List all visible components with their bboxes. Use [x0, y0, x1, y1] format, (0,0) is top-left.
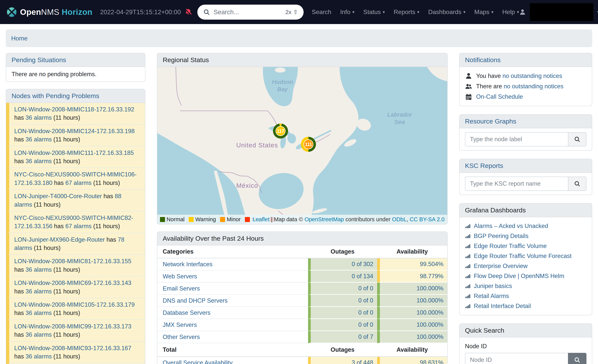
- grafana-dashboard-link[interactable]: Flow Deep Dive | OpenNMS Helm: [474, 273, 564, 280]
- category-link[interactable]: Network Interfaces: [163, 261, 212, 268]
- legend-color-swatch: [160, 217, 165, 222]
- grafana-dashboard-link[interactable]: Enterprise Overview: [474, 263, 528, 269]
- node-link[interactable]: LON-Window-2008-MIMIC93-172.16.33.167: [14, 345, 131, 351]
- node-link[interactable]: LON-Window-2008-MIMIC81-172.16.33.155: [14, 258, 131, 265]
- brand[interactable]: OpenNMSHorizon: [7, 7, 92, 17]
- grafana-dashboard-link[interactable]: Retail Interface Detail: [474, 303, 531, 309]
- node-link[interactable]: LON-Window-2008-MIMIC105-172.16.33.179: [14, 301, 135, 308]
- grafana-dashboard-link[interactable]: BGP Peering Details: [474, 233, 529, 240]
- bar-chart-icon: [465, 253, 471, 259]
- node-link[interactable]: LON-Window-2008-MIMIC111-172.16.33.185: [14, 149, 134, 156]
- grafana-dashboard-link[interactable]: Edge Router Traffic Volume: [474, 243, 547, 250]
- node-alarms-link[interactable]: 36 alarms: [26, 331, 52, 338]
- node-id-search-button[interactable]: [568, 353, 586, 364]
- nav-item-dashboards[interactable]: Dashboards▾: [428, 8, 465, 16]
- grafana-dashboards-panel: Grafana Dashboards Alarms – Acked vs Una…: [459, 203, 592, 315]
- node-link[interactable]: LON-Juniper-MX960-Edge-Router: [14, 236, 105, 243]
- ccbysa-link[interactable]: CC BY-SA 2.0: [410, 216, 445, 222]
- global-search: 2x ⇧: [197, 5, 304, 20]
- panel-title: Pending Situations: [6, 53, 145, 67]
- bar-chart-icon: [465, 303, 471, 309]
- leaflet-link[interactable]: Leaflet: [253, 216, 269, 222]
- availability-cell: 100.000%: [377, 331, 447, 343]
- status-marker[interactable]: 111: [301, 137, 316, 152]
- notifications-link[interactable]: Notifications: [465, 56, 501, 64]
- ksc-reports-search-input[interactable]: [465, 177, 568, 191]
- node-alarms-link[interactable]: 36 alarms: [26, 136, 52, 143]
- grafana-dashboard-link[interactable]: Edge Router Traffic Volume Forecast: [474, 253, 572, 259]
- nav-item-reports[interactable]: Reports▾: [394, 8, 419, 16]
- notifications-off-icon[interactable]: [184, 8, 192, 16]
- grafana-dashboard-link[interactable]: Retail Alarms: [474, 293, 509, 299]
- bar-chart-icon: [465, 233, 471, 239]
- nodes-pending-problems-link[interactable]: Nodes with Pending Problems: [12, 92, 99, 99]
- node-alarms-link[interactable]: 36 alarms: [26, 114, 52, 121]
- availability-row: Database Servers0 of 0100.000%: [157, 307, 447, 319]
- regional-status-map[interactable]: Hudson Bay Labrador Sea United States Mé…: [157, 67, 447, 224]
- category-link[interactable]: Email Servers: [163, 285, 200, 292]
- bar-chart-icon: [465, 223, 471, 229]
- notification-link[interactable]: no outstanding notices: [504, 83, 563, 90]
- notification-link[interactable]: no outstanding notices: [503, 73, 562, 79]
- total-label: Total: [157, 343, 308, 357]
- server-timestamp: 2022-04-29T15:15:12+00:00: [100, 8, 181, 16]
- panel-title: Availability Over the Past 24 Hours: [157, 232, 447, 245]
- node-link[interactable]: LON-Window-2008-MIMIC99-172.16.33.173: [14, 323, 131, 330]
- node-alarms-link[interactable]: 36 alarms: [26, 266, 52, 273]
- odbl-link[interactable]: ODbL: [392, 216, 407, 222]
- resource-graphs-search-button[interactable]: [568, 132, 586, 146]
- category-link[interactable]: Web Servers: [163, 273, 197, 280]
- bar-chart-icon: [465, 243, 471, 249]
- node-id-input[interactable]: [465, 353, 568, 364]
- ksc-reports-panel: KSC Reports: [459, 159, 592, 195]
- grafana-dashboard-link[interactable]: Juniper basics: [474, 283, 512, 290]
- notification-item: There are no outstanding notices: [465, 81, 586, 92]
- node-alarms-link[interactable]: 36 alarms: [26, 288, 52, 295]
- resource-graphs-link[interactable]: Resource Graphs: [465, 118, 516, 125]
- node-link[interactable]: LON-Window-2008-MIMIC69-172.16.33.143: [14, 280, 131, 286]
- category-link[interactable]: DNS and DHCP Servers: [163, 297, 228, 304]
- osm-link[interactable]: OpenStreetMap: [304, 216, 344, 222]
- quick-search-panel: Quick Search Node ID Node label: [459, 324, 592, 364]
- map-label-mexico: México: [236, 182, 258, 189]
- grafana-dashboard-link[interactable]: Alarms – Acked vs Unacked: [474, 223, 548, 229]
- user-name-redacted[interactable]: [530, 3, 593, 21]
- ksc-reports-search-button[interactable]: [568, 177, 586, 191]
- node-alarms-link[interactable]: 36 alarms: [26, 353, 52, 360]
- node-alarms-link[interactable]: 36 alarms: [26, 158, 52, 164]
- notification-link[interactable]: On-Call Schedule: [476, 93, 523, 100]
- panel-title: Quick Search: [460, 324, 592, 338]
- notifications-panel: Notifications You have no outstanding no…: [459, 53, 592, 106]
- availability-row: DNS and DHCP Servers0 of 0100.000%: [157, 295, 447, 307]
- node-link[interactable]: LON-Juniper-T4000-Core-Router: [14, 193, 102, 200]
- outages-cell: 0 of 7: [308, 331, 377, 343]
- node-alarms-link[interactable]: 67 alarms: [65, 179, 91, 186]
- node-alarms-link[interactable]: 67 alarms: [65, 223, 91, 229]
- category-link[interactable]: Database Servers: [163, 309, 210, 316]
- breadcrumb-home-link[interactable]: Home: [11, 35, 27, 42]
- search-input[interactable]: [214, 8, 282, 16]
- node-id-label: Node ID: [465, 343, 586, 350]
- availability-cell: 100.000%: [377, 307, 447, 319]
- node-alarms-link[interactable]: 36 alarms: [26, 309, 52, 316]
- outages-cell: 0 of 0: [308, 295, 377, 307]
- node-problem-list: LON-Window-2008-MIMIC118-172.16.33.192 h…: [6, 103, 145, 364]
- node-link[interactable]: LON-Window-2008-MIMIC124-172.16.33.198: [14, 128, 135, 135]
- resource-graphs-search-input[interactable]: [465, 132, 568, 146]
- ksc-reports-link[interactable]: KSC Reports: [465, 162, 503, 169]
- nav-item-search[interactable]: Search: [312, 8, 331, 16]
- availability-cell: 100.000%: [377, 283, 447, 295]
- chevron-down-icon: ▾: [597, 9, 598, 15]
- category-link[interactable]: JMX Servers: [163, 322, 197, 328]
- availability-cell: 100.000%: [377, 295, 447, 307]
- grafana-dashboard-item: BGP Peering Details: [465, 231, 586, 241]
- nav-item-info[interactable]: Info▾: [340, 8, 354, 16]
- category-link[interactable]: Overall Service Availability: [163, 359, 233, 364]
- nav-item-help[interactable]: Help▾: [502, 8, 519, 16]
- pending-situations-link[interactable]: Pending Situations: [12, 56, 66, 64]
- category-link[interactable]: Other Servers: [163, 334, 200, 340]
- node-link[interactable]: LON-Window-2008-MIMIC118-172.16.33.192: [14, 106, 134, 113]
- nav-item-status[interactable]: Status▾: [363, 8, 385, 16]
- status-marker[interactable]: 117: [273, 123, 288, 138]
- nav-item-maps[interactable]: Maps▾: [474, 8, 493, 16]
